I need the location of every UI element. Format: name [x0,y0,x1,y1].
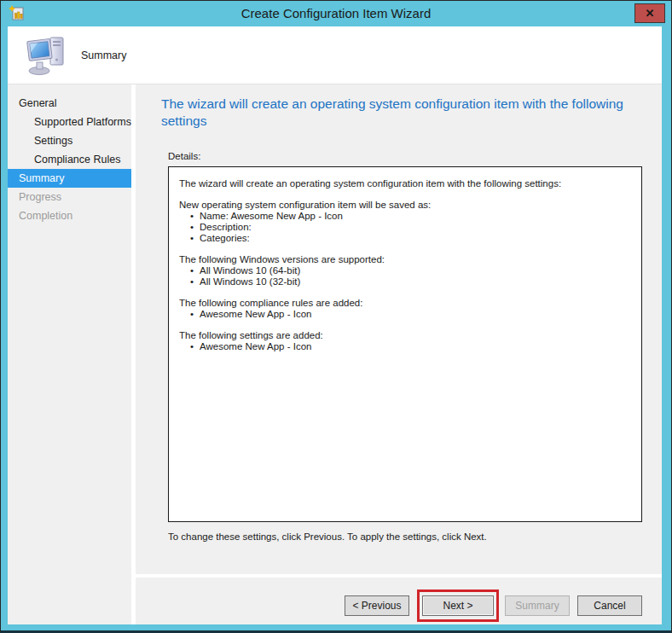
previous-button[interactable]: < Previous [345,595,409,616]
details-section-heading: New operating system configuration item … [179,200,631,211]
sidebar-item-general[interactable]: General [8,94,131,113]
sidebar-item-progress: Progress [8,188,131,206]
details-bullet: Awesome New App - Icon [179,309,631,320]
details-bullet: Categories: [179,233,631,244]
details-bullet: Awesome New App - Icon [179,341,631,352]
page-step-title: Summary [81,49,126,61]
details-section: The following settings are added:Awesome… [179,330,631,352]
sidebar-item-compliance-rules[interactable]: Compliance Rules [8,150,131,169]
wizard-window: Create Configuration Item Wizard ✕ [0,0,672,633]
computer-icon [26,34,69,77]
wizard-content: Summary GeneralSupported PlatformsSettin… [8,26,662,624]
details-section-heading: The following settings are added: [179,330,631,341]
details-bullet: All Windows 10 (64-bit) [179,265,631,276]
details-section: New operating system configuration item … [179,200,631,244]
sidebar-item-completion: Completion [8,206,131,225]
cancel-button[interactable]: Cancel [577,595,642,616]
main-panel: The wizard will create an operating syst… [136,84,662,624]
configuration-item-icon [9,5,26,22]
wizard-body: GeneralSupported PlatformsSettingsCompli… [8,84,662,624]
close-button[interactable]: ✕ [634,3,665,23]
details-intro: The wizard will create an operating syst… [179,178,631,189]
details-section: The following Windows versions are suppo… [179,254,631,287]
next-button[interactable]: Next > [422,595,494,616]
titlebar: Create Configuration Item Wizard ✕ [1,1,671,26]
wizard-header: Summary [8,26,662,84]
details-bullet: All Windows 10 (32-bit) [179,276,631,287]
wizard-nav: GeneralSupported PlatformsSettingsCompli… [8,84,131,624]
close-icon: ✕ [646,7,655,20]
sidebar-item-settings[interactable]: Settings [8,131,131,150]
details-section-heading: The following compliance rules are added… [179,298,631,309]
details-bullet: Description: [179,222,631,233]
sidebar-item-supported-platforms[interactable]: Supported Platforms [8,113,131,131]
footer-note: To change these settings, click Previous… [168,531,487,542]
red-annotation-box: Next > [417,589,499,622]
details-bullet: Name: Awesome New App - Icon [179,211,631,222]
sidebar-item-summary[interactable]: Summary [8,169,131,188]
details-box[interactable]: The wizard will create an operating syst… [168,166,642,522]
details-section-heading: The following Windows versions are suppo… [179,254,631,265]
button-area-divider [136,574,662,578]
details-label: Details: [168,151,200,161]
summary-button: Summary [505,595,570,616]
window-title: Create Configuration Item Wizard [52,1,620,26]
details-section: The following compliance rules are added… [179,298,631,320]
page-heading: The wizard will create an operating syst… [161,96,647,130]
